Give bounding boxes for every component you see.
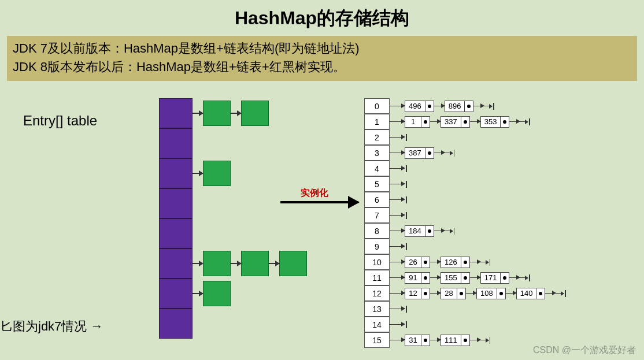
node-arrow [509, 121, 520, 123]
hash-row: 1026126 [364, 254, 566, 270]
entry-array-slot [159, 188, 193, 218]
watermark: CSDN @一个游戏爱好者 [533, 344, 636, 357]
pointer-icon [501, 273, 509, 283]
chain-arrow [231, 263, 241, 264]
entry-node [203, 251, 231, 276]
end-stub [556, 293, 564, 294]
node-arrow [434, 106, 445, 107]
end-stub [445, 231, 453, 232]
node-arrow [470, 121, 480, 123]
node-arrow [470, 340, 480, 341]
pointer-icon [461, 257, 469, 268]
pointer-icon [425, 101, 434, 112]
end-stub [480, 262, 488, 263]
desc-line-1: JDK 7及以前版本：HashMap是数组+链表结构(即为链地址法) [13, 39, 631, 58]
hash-node: 1 [405, 116, 430, 128]
hash-row: 0496896 [364, 98, 566, 114]
bucket-arrow [390, 121, 405, 123]
hash-node: 91 [405, 272, 430, 284]
node-arrow [434, 153, 445, 154]
chain-arrow [193, 173, 203, 174]
hash-node-value: 91 [405, 273, 421, 283]
pointer-icon [536, 288, 545, 299]
pointer-icon [425, 148, 434, 158]
pointer-icon [421, 288, 430, 299]
hash-node: 337 [441, 116, 470, 128]
bucket-index: 12 [364, 285, 390, 301]
bucket-arrow [390, 184, 405, 185]
hash-row: 1191155171 [364, 270, 566, 285]
hash-row: 6 [364, 192, 566, 207]
bucket-arrow [390, 168, 405, 169]
entry-node [203, 281, 231, 306]
hash-node-value: 337 [441, 117, 461, 127]
bucket-arrow [390, 106, 405, 107]
node-arrow [430, 293, 441, 294]
hash-node-value: 184 [405, 226, 425, 236]
hash-node: 140 [516, 288, 546, 299]
hash-row: 9 [364, 239, 566, 254]
hash-node-value: 896 [445, 101, 465, 112]
bucket-index: 11 [364, 270, 390, 285]
description-box: JDK 7及以前版本：HashMap是数组+链表结构(即为链地址法) JDK 8… [7, 36, 637, 81]
bucket-index: 2 [364, 129, 390, 145]
hash-row: 7 [364, 207, 566, 223]
pointer-icon [497, 288, 505, 299]
hash-node: 155 [441, 272, 470, 284]
null-terminator [565, 290, 566, 297]
bucket-arrow [390, 215, 405, 216]
hash-node-value: 387 [405, 148, 425, 158]
entry-node [241, 101, 269, 126]
bucket-index: 10 [364, 254, 390, 270]
end-stub [484, 106, 492, 107]
end-stub [520, 277, 528, 279]
hash-row: 4 [364, 161, 566, 176]
node-arrow [470, 262, 480, 263]
hash-row: 5 [364, 176, 566, 192]
hash-node-value: 353 [481, 117, 501, 127]
bucket-index: 15 [364, 332, 390, 348]
hash-row: 14 [364, 317, 566, 332]
hash-node-value: 31 [405, 335, 421, 346]
entry-table-label: Entry[] table [23, 113, 97, 129]
hash-row: 8184 [364, 223, 566, 239]
hash-node: 31 [405, 335, 430, 346]
hash-node-value: 140 [517, 288, 537, 299]
pointer-icon [461, 117, 469, 127]
entry-array-slot [159, 248, 193, 279]
null-terminator [406, 165, 407, 172]
hash-node: 496 [405, 101, 434, 112]
null-terminator [454, 150, 455, 157]
entry-array-slot [159, 128, 193, 158]
bucket-index: 6 [364, 192, 390, 207]
linked-chain [193, 251, 307, 276]
chain-arrow [193, 293, 203, 294]
null-terminator [490, 259, 491, 266]
hash-node-value: 111 [441, 335, 461, 346]
pointer-icon [465, 101, 473, 112]
hash-node: 108 [476, 288, 506, 299]
node-arrow [466, 293, 476, 294]
hash-node: 184 [405, 225, 434, 237]
bucket-index: 1 [364, 114, 390, 129]
node-arrow [430, 340, 441, 341]
null-terminator [406, 181, 407, 188]
chain-arrow [193, 263, 203, 264]
node-arrow [545, 293, 556, 294]
bucket-arrow [390, 199, 405, 201]
null-terminator [529, 274, 530, 281]
bucket-index: 7 [364, 207, 390, 223]
linked-chain [193, 161, 231, 186]
node-arrow [506, 293, 516, 294]
hash-node: 26 [405, 257, 430, 268]
null-terminator [406, 243, 407, 250]
bucket-arrow [390, 293, 405, 294]
null-terminator [406, 196, 407, 203]
end-stub [480, 340, 488, 341]
hash-node: 353 [480, 116, 510, 128]
hash-node-value: 155 [441, 273, 461, 283]
hash-node: 896 [445, 101, 474, 112]
entry-node [279, 251, 307, 276]
bucket-arrow [390, 137, 405, 138]
pointer-icon [425, 226, 434, 236]
